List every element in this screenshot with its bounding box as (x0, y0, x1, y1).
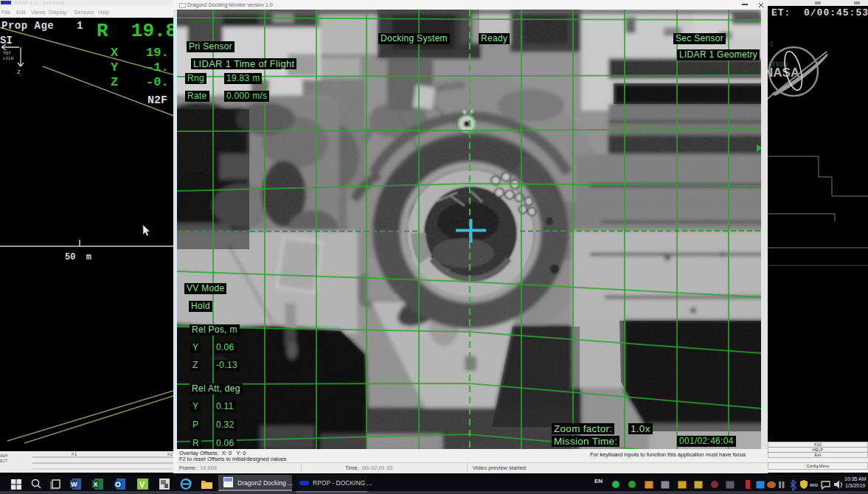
svg-text:ASH: ASH (0, 453, 8, 458)
svg-text:Y: Y (111, 60, 119, 74)
svg-text:wo: wo (810, 481, 818, 488)
svg-text:F1: F1 (72, 452, 77, 456)
svg-text:1: 1 (77, 20, 83, 32)
svg-text:Prop Age: Prop Age (1, 20, 54, 32)
svg-text:50 m: 50 m (65, 252, 91, 262)
svg-text:-0.: -0. (146, 75, 169, 89)
svg-text:-1.: -1. (146, 60, 169, 74)
svg-text:R 19.8: R 19.8 (97, 20, 173, 42)
svg-text:Exit: Exit (814, 453, 822, 457)
svg-text:Config.Menu: Config.Menu (806, 464, 829, 468)
svg-text:ECT: ECT (0, 459, 7, 463)
svg-text:Z: Z (111, 75, 118, 89)
svg-text:X: X (111, 46, 119, 60)
svg-text:HELP: HELP (813, 448, 824, 452)
svg-text:19.: 19. (146, 46, 169, 60)
svg-text:TOT: TOT (3, 51, 11, 56)
svg-text:Z: Z (17, 69, 21, 75)
svg-text:LVLH: LVLH (3, 56, 14, 61)
svg-text:·‡: ·‡ (768, 41, 774, 48)
svg-text:F2: F2 (167, 452, 173, 456)
svg-text:SI: SI (0, 35, 13, 46)
svg-text:N2F: N2F (147, 94, 167, 107)
svg-text:F10: F10 (814, 442, 821, 447)
